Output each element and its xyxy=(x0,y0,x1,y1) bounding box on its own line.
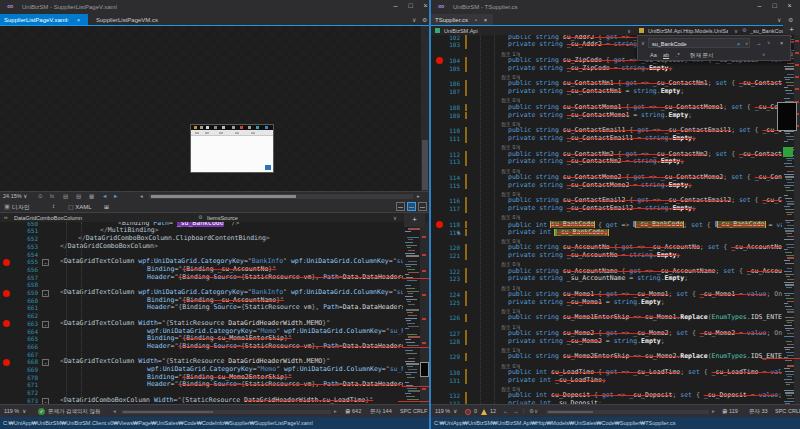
expand-icon[interactable]: ∨ xyxy=(641,40,645,46)
editor-zoom-level[interactable]: 119 % ∨ xyxy=(4,408,26,414)
xaml-tab[interactable]: ▢ XAML xyxy=(68,203,92,210)
editor-zoom-level[interactable]: 119 % ∨ xyxy=(435,408,457,414)
find-next-icon[interactable]: → xyxy=(756,40,762,46)
snapgrid-icon[interactable]: ▦ xyxy=(89,193,94,199)
tab-list-dropdown-icon[interactable]: ∨ xyxy=(777,16,781,23)
search-scope[interactable]: 현재 문서 xyxy=(690,52,714,59)
minimap[interactable] xyxy=(404,222,420,404)
add-view-button[interactable]: + xyxy=(404,213,425,227)
effects-icon[interactable]: fx xyxy=(50,193,54,199)
popout-icon[interactable]: ⊞ xyxy=(104,203,109,210)
tab-list-dropdown-icon[interactable]: ∨ xyxy=(412,16,416,23)
breadcrumb-class[interactable]: UniBizSM.Api.Http.Models.UniSales.Code.S xyxy=(648,28,728,34)
breakpoint-dot[interactable] xyxy=(3,259,10,266)
find-options-dropdown-icon[interactable]: ∨ xyxy=(767,40,770,45)
errors-icon[interactable]: × xyxy=(465,409,471,415)
navigate-back-icon[interactable]: ← xyxy=(503,408,509,414)
swap-panes-icon[interactable]: ↕ xyxy=(52,203,55,209)
hscroll-right[interactable]: ▸ xyxy=(334,408,337,414)
tools-icon[interactable]: ⚙∨ xyxy=(529,408,538,414)
grid-icon[interactable]: ▤ xyxy=(63,193,68,199)
designer-horizontal-scrollbar[interactable] xyxy=(149,194,413,199)
split-horizontal-button[interactable] xyxy=(407,202,416,211)
editor-horizontal-scrollbar[interactable] xyxy=(546,410,709,414)
document-tab-bar: TSupplier.cs ▫ × ∨ ⚙ xyxy=(431,14,800,25)
hscroll-left[interactable]: ◂ xyxy=(113,408,116,414)
error-count[interactable]: 0 xyxy=(474,408,477,414)
ruler-icon[interactable]: ▤ xyxy=(76,193,81,199)
search-input[interactable]: su_BankCode × ∨ xyxy=(648,38,750,48)
tab-close-icon[interactable]: × xyxy=(484,17,487,23)
warning-count[interactable]: 12 xyxy=(490,408,496,414)
hscroll-right[interactable]: ▸ xyxy=(712,408,715,414)
zoom-fit-icon[interactable]: ⊙ xyxy=(38,193,43,199)
breadcrumb-project[interactable]: UniBizSM.Api xyxy=(444,28,478,34)
zoom-level[interactable]: 24.15% ∨ xyxy=(3,193,27,199)
match-case-toggle[interactable]: Aa xyxy=(650,52,657,58)
whole-word-toggle[interactable]: ab xyxy=(663,52,669,58)
breadcrumb-property[interactable]: ItemsSource xyxy=(207,215,238,221)
code-editor[interactable]: 102public string su_Addr2 { get => _su_A… xyxy=(431,35,800,404)
editor-vertical-scrollbar[interactable] xyxy=(794,35,800,404)
close-button[interactable]: × xyxy=(419,2,429,9)
breakpoint-dot[interactable] xyxy=(3,359,10,366)
code-line: 659-<DataGridTextColumn wpf:UniDataGrid.… xyxy=(0,289,429,297)
snap-left-icon[interactable]: ◄ xyxy=(102,193,107,199)
clear-search-icon[interactable]: × xyxy=(737,41,740,47)
minimize-button[interactable]: – xyxy=(753,2,766,9)
warnings-icon[interactable] xyxy=(481,409,487,415)
scrollbar-preview-box xyxy=(777,102,797,131)
code-line: 130public int su_LeadTime { get => _su_L… xyxy=(431,369,800,377)
no-issues-icon: ✓ xyxy=(38,408,45,415)
change-bar xyxy=(465,151,467,159)
window-tsupplier: ∞ UniBizSM - TSupplier.cs – □ × TSupplie… xyxy=(429,0,800,429)
minimize-button[interactable]: – xyxy=(389,2,402,9)
code-line: 652</DataGridComboBoxColumn.ClipboardCon… xyxy=(0,235,429,243)
split-vertical-button[interactable] xyxy=(396,202,405,211)
close-find-icon[interactable]: × xyxy=(780,40,783,46)
breakpoint-dot[interactable] xyxy=(3,320,10,327)
xaml-designer-canvas[interactable] xyxy=(0,26,421,191)
status-bar: 119 % ∨ ✓ 문제가 검색되지 않음 ◂ ▸ 줄 642 문자 144 S… xyxy=(0,404,429,417)
breadcrumb-dropdown-icon[interactable]: ∨ xyxy=(393,215,397,221)
designer-vertical-scrollbar[interactable] xyxy=(421,27,429,190)
change-bar xyxy=(465,299,467,307)
tab-tsupplier-cs[interactable]: TSupplier.cs ▫ × xyxy=(431,14,493,25)
hscroll-right-arrow[interactable]: ▸ xyxy=(417,193,420,199)
add-view-button[interactable]: + xyxy=(783,25,800,35)
change-bar xyxy=(465,377,467,385)
scope-dropdown-icon[interactable]: ∨ xyxy=(762,52,765,57)
navigate-forward-icon[interactable]: → xyxy=(513,408,519,414)
code-line: 123private string _su_AccountName = stri… xyxy=(431,275,800,283)
tab-label: SupplierListPageVM.cs xyxy=(96,17,158,23)
tab-supplierlistpagev-xaml[interactable]: SupplierListPageV.xaml ○ × xyxy=(0,14,88,25)
breakpoint-dot[interactable] xyxy=(3,290,10,297)
close-button[interactable]: × xyxy=(783,2,796,9)
minimap[interactable] xyxy=(783,35,793,404)
snap-right-icon[interactable]: ► xyxy=(113,193,118,199)
dropdown-icon[interactable]: ∨ xyxy=(627,28,631,34)
search-dropdown-icon[interactable]: ∨ xyxy=(745,41,748,46)
maximize-button[interactable]: □ xyxy=(404,2,417,9)
document-path-bar: C:₩UniApp₩UniBizSM₩UniBizSM.Api₩Http₩Mod… xyxy=(431,417,800,429)
tab-options-icon[interactable]: ⚙ xyxy=(788,16,793,23)
title-bar[interactable]: ∞ UniBizSM - TSupplier.cs – □ × xyxy=(431,0,800,14)
code-line: 132public int su_Deposit { get => _su_De… xyxy=(431,392,800,400)
editor-horizontal-scrollbar[interactable] xyxy=(121,410,331,414)
file-path: C:₩UniApp₩UniBizSM₩UniBizSM.Api₩Http₩Mod… xyxy=(434,420,675,426)
maximize-button[interactable]: □ xyxy=(768,2,781,9)
code-line: 665Binding="{Binding su_Memo1EnterSkip}" xyxy=(0,335,429,343)
collapse-pane-button[interactable] xyxy=(418,202,427,211)
tab-options-icon[interactable]: ⚙ xyxy=(422,16,427,23)
hscroll-left-arrow[interactable]: ◂ xyxy=(140,193,143,199)
dropdown-icon[interactable]: ∨ xyxy=(734,28,738,34)
regex-toggle[interactable]: .* xyxy=(676,52,680,58)
breadcrumb-member[interactable]: _su_BankCode xyxy=(750,28,788,34)
tab-supplierlistpagevm-cs[interactable]: SupplierListPageVM.cs xyxy=(92,14,172,25)
xaml-editor[interactable]: 650<Binding Path="_su_BankCode" />651</M… xyxy=(0,222,429,404)
title-bar[interactable]: ∞ UniBizSM - SupplierListPageV.xaml – □ … xyxy=(0,0,429,14)
breadcrumb-element[interactable]: DataGridComboBoxColumn xyxy=(14,215,82,221)
tab-close-icon[interactable]: × xyxy=(77,17,80,23)
design-tab[interactable]: ▣ 디자인 xyxy=(4,203,30,212)
find-overlay: ∨ su_BankCode × ∨ → ∨ × Aa ab .* 현재 문서 ∨ xyxy=(637,35,791,61)
